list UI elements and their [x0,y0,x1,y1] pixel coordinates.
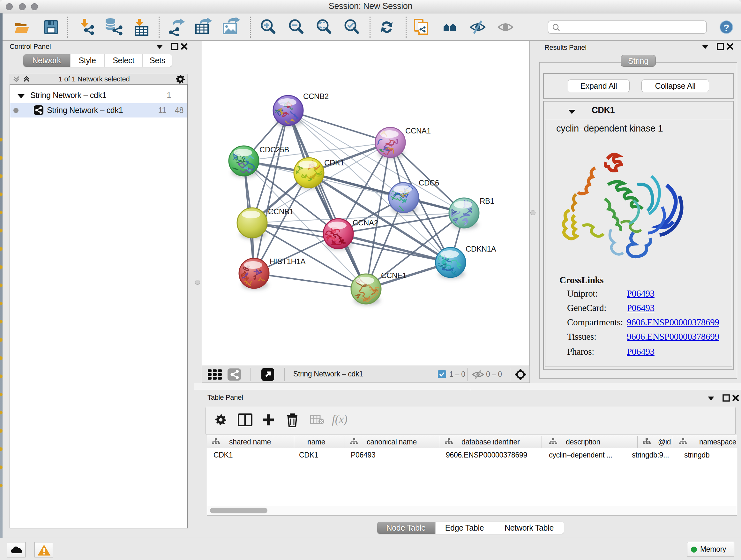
svg-text:CDC25B: CDC25B [259,145,289,154]
svg-text:CCNA1: CCNA1 [405,126,431,135]
svg-text:CDK1: CDK1 [324,159,344,167]
svg-text:CDC6: CDC6 [419,179,439,187]
svg-text:CCNB2: CCNB2 [303,92,329,101]
svg-text:CCNA2: CCNA2 [353,219,378,227]
svg-text:CCNB1: CCNB1 [268,207,293,216]
svg-text:CCNE1: CCNE1 [381,271,407,280]
svg-text:HIST1H1A: HIST1H1A [270,257,306,266]
svg-text:CDKN1A: CDKN1A [466,245,496,253]
svg-text:RB1: RB1 [480,197,494,205]
